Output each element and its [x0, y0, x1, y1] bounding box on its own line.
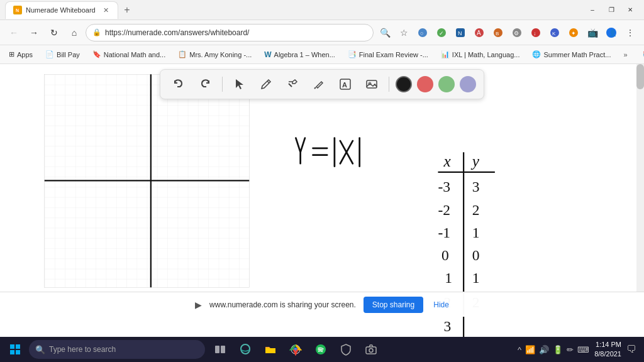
svg-text:-2: -2: [438, 202, 450, 218]
chrome-icon[interactable]: [284, 338, 307, 361]
edge-browser-icon[interactable]: [234, 338, 257, 361]
bookmark-ixl[interactable]: 📊 IXL | Math, Languag...: [437, 49, 524, 60]
bookmark-algebra[interactable]: W Algebra 1 – When...: [260, 49, 339, 60]
spotify-icon[interactable]: [309, 338, 332, 361]
color-black[interactable]: [396, 76, 412, 92]
pen-tool-button[interactable]: [255, 74, 277, 95]
security-icon[interactable]: [335, 338, 357, 361]
nav-action-icons: 🔍 ☆ ○ ✓ N A B ⚙ ↓ K: [376, 24, 639, 41]
camera-icon[interactable]: [360, 338, 382, 361]
restore-button[interactable]: ❐: [602, 4, 620, 16]
address-text: https://numerade.com/answers/whiteboard/: [105, 28, 367, 37]
task-view-button[interactable]: [209, 338, 231, 361]
extension-3[interactable]: N: [452, 24, 469, 41]
bookmark-billpay[interactable]: 📄 Bill Pay: [42, 49, 84, 60]
svg-rect-62: [221, 346, 225, 353]
svg-text:3: 3: [472, 178, 480, 195]
svg-text:A: A: [342, 81, 347, 89]
notification-button[interactable]: 🗨: [626, 344, 636, 355]
screen-share-notification: ▶ www.numerade.com is sharing your scree…: [0, 292, 644, 317]
svg-text:1: 1: [445, 270, 452, 286]
extension-8[interactable]: K: [546, 24, 564, 41]
svg-text:2: 2: [472, 202, 480, 218]
clock-date: 8/8/2021: [594, 349, 621, 359]
sound-icon[interactable]: 🔊: [539, 345, 549, 354]
menu-button[interactable]: ⋮: [621, 24, 639, 41]
bookmark-reading-list[interactable]: 📚 Reading list: [639, 49, 644, 60]
bookmarks-more-button[interactable]: »: [619, 50, 631, 60]
svg-text:✓: ✓: [439, 30, 444, 36]
profile-button[interactable]: 👤: [602, 24, 620, 41]
bookmark-summer-math[interactable]: 🌐 Summer Math Pract...: [528, 49, 614, 60]
main-content: A: [0, 64, 644, 337]
bookmark-national-math[interactable]: 🔖 National Math and...: [89, 49, 169, 60]
text-tool-button[interactable]: A: [335, 74, 356, 95]
bookmark-final-exam[interactable]: 📑 Final Exam Review -...: [344, 49, 432, 60]
color-red[interactable]: [417, 76, 433, 92]
taskbar-search-icon: 🔍: [35, 345, 45, 354]
start-button[interactable]: [3, 337, 28, 362]
svg-text:1: 1: [472, 224, 480, 241]
tools-button[interactable]: [282, 74, 303, 95]
search-button[interactable]: 🔍: [376, 24, 394, 41]
network-icon[interactable]: 📶: [525, 345, 535, 354]
extension-7[interactable]: ↓: [527, 24, 545, 41]
extension-9[interactable]: ✦: [565, 24, 582, 41]
file-explorer-icon[interactable]: [259, 338, 282, 361]
billpay-icon: 📄: [45, 50, 54, 58]
scrollbar-track[interactable]: [636, 64, 644, 312]
tab-close-button[interactable]: ✕: [103, 6, 109, 14]
svg-text:↓: ↓: [533, 30, 536, 36]
screen-share-icon: ▶: [195, 300, 202, 310]
color-purple[interactable]: [460, 76, 476, 92]
active-tab[interactable]: N Numerade Whiteboard ✕: [5, 1, 118, 19]
address-bar[interactable]: 🔒 https://numerade.com/answers/whiteboar…: [86, 24, 374, 41]
home-button[interactable]: ⌂: [65, 24, 83, 41]
bookmark-apps[interactable]: ⊞ Apps: [5, 49, 36, 60]
svg-point-68: [369, 349, 373, 353]
bookmark-amy-koning[interactable]: 📋 Mrs. Amy Koning -...: [174, 49, 255, 60]
scrollbar-thumb[interactable]: [636, 64, 644, 89]
svg-text:○: ○: [420, 30, 423, 36]
svg-text:N: N: [458, 30, 462, 36]
chevron-up-icon[interactable]: ^: [518, 345, 521, 354]
extension-6[interactable]: ⚙: [508, 24, 526, 41]
grid-paper: [45, 74, 250, 287]
undo-button[interactable]: [168, 74, 189, 95]
svg-rect-60: [16, 350, 20, 354]
favorites-button[interactable]: ☆: [395, 24, 413, 41]
title-bar: N Numerade Whiteboard ✕ + – ❐ ✕: [0, 0, 644, 20]
forward-button[interactable]: →: [25, 24, 43, 41]
highlighter-button[interactable]: [308, 74, 330, 95]
taskbar-time[interactable]: 1:14 PM 8/8/2021: [594, 340, 621, 359]
hide-button[interactable]: Hide: [433, 300, 449, 309]
svg-rect-67: [366, 347, 376, 354]
refresh-button[interactable]: ↻: [45, 24, 63, 41]
keyboard-icon[interactable]: ⌨: [577, 345, 589, 354]
cast-button[interactable]: 📺: [584, 24, 601, 41]
battery-icon[interactable]: 🔋: [553, 345, 563, 354]
screen-share-message: www.numerade.com is sharing your screen.: [209, 300, 356, 309]
new-tab-button[interactable]: +: [118, 1, 136, 19]
taskbar-search-bar[interactable]: 🔍 Type here to search: [29, 340, 205, 359]
svg-rect-58: [16, 344, 20, 349]
minimize-button[interactable]: –: [584, 4, 601, 16]
stop-sharing-button[interactable]: Stop sharing: [364, 297, 423, 313]
pen-tablet-icon[interactable]: ✏: [567, 345, 574, 354]
image-tool-button[interactable]: [361, 74, 382, 95]
close-button[interactable]: ✕: [621, 4, 639, 16]
extension-2[interactable]: ✓: [433, 24, 450, 41]
svg-text:x: x: [443, 152, 451, 170]
svg-text:0: 0: [472, 247, 480, 263]
extension-1[interactable]: ○: [414, 24, 431, 41]
svg-rect-59: [10, 350, 14, 354]
select-tool-button[interactable]: [229, 74, 250, 95]
color-green[interactable]: [438, 76, 455, 92]
toolbar-divider-1: [222, 77, 223, 92]
extension-5[interactable]: B: [489, 24, 507, 41]
back-button[interactable]: ←: [5, 24, 23, 41]
tab-favicon: N: [13, 6, 22, 14]
extension-4[interactable]: A: [470, 24, 488, 41]
tab-bar: N Numerade Whiteboard ✕ +: [5, 0, 136, 19]
redo-button[interactable]: [194, 74, 216, 95]
